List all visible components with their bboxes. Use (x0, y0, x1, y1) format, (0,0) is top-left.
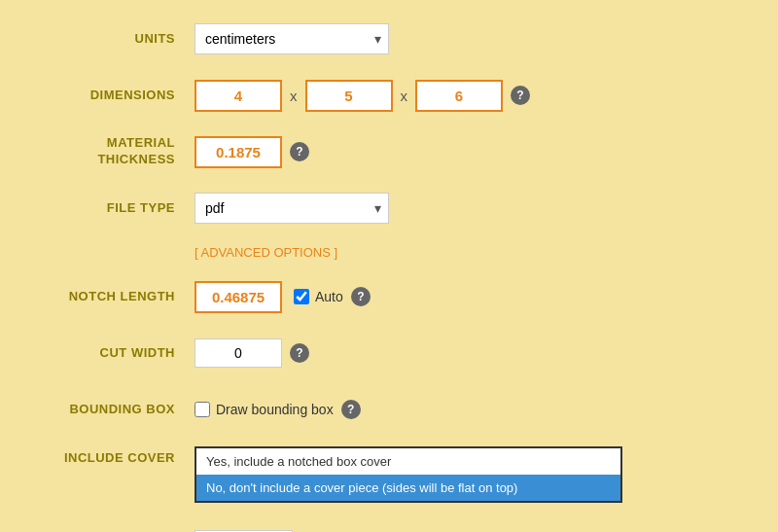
design-btn-wrap: Design It! (39, 520, 739, 532)
material-thickness-input[interactable] (194, 136, 282, 168)
notch-length-input[interactable] (194, 281, 282, 313)
notch-auto-checkbox[interactable] (294, 289, 309, 304)
bounding-help-icon[interactable]: ? (341, 400, 361, 419)
material-thickness-row: MATERIAL THICKNESS ? (39, 132, 739, 171)
bounding-box-label: BOUNDING BOX (39, 402, 194, 418)
advanced-options-wrap: [ ADVANCED OPTIONS ] (39, 245, 739, 260)
dimension-z-input[interactable] (415, 80, 503, 112)
dimensions-label: DIMENSIONS (39, 88, 194, 104)
units-select-wrap: centimeters inches millimeters ▾ (194, 23, 389, 54)
cover-option-yes[interactable]: Yes, include a notched box cover (196, 448, 620, 475)
filetype-label: FILE TYPE (39, 200, 194, 217)
notch-auto-text: Auto (315, 289, 343, 304)
x-separator-2: x (401, 88, 408, 104)
units-select[interactable]: centimeters inches millimeters (194, 23, 389, 54)
cutwidth-help-icon[interactable]: ? (290, 343, 309, 363)
include-cover-label: INCLUDE COVER (39, 446, 194, 467)
advanced-options-link[interactable]: [ ADVANCED OPTIONS ] (194, 245, 337, 260)
cutwidth-input[interactable] (194, 338, 282, 368)
bounding-checkbox-label: Draw bounding box (194, 402, 334, 417)
filetype-select[interactable]: pdf svg dxf (194, 193, 389, 224)
material-thickness-label: MATERIAL THICKNESS (39, 135, 194, 168)
notch-length-row: NOTCH LENGTH Auto ? (39, 277, 739, 316)
dimensions-help-icon[interactable]: ? (511, 86, 530, 105)
cover-option-no[interactable]: No, don't include a cover piece (sides w… (196, 475, 620, 501)
include-cover-row: INCLUDE COVER Yes, include a notched box… (39, 446, 739, 503)
bounding-checkbox-text: Draw bounding box (216, 402, 334, 417)
bounding-box-checkbox[interactable] (194, 402, 210, 417)
material-help-icon[interactable]: ? (290, 142, 309, 161)
cutwidth-label: CUT WIDTH (39, 345, 194, 362)
dimension-x-input[interactable] (194, 80, 282, 112)
main-form: UNITS centimeters inches millimeters ▾ D… (0, 0, 778, 532)
bounding-box-controls: Draw bounding box ? (194, 400, 361, 419)
cutwidth-row: CUT WIDTH ? (39, 334, 739, 372)
notch-auto-label: Auto (294, 289, 343, 304)
units-row: UNITS centimeters inches millimeters ▾ (39, 19, 739, 58)
units-label: UNITS (39, 31, 194, 48)
dimension-y-input[interactable] (305, 80, 393, 112)
filetype-row: FILE TYPE pdf svg dxf ▾ (39, 189, 739, 228)
bounding-box-row: BOUNDING BOX Draw bounding box ? (39, 390, 739, 429)
dimensions-row: DIMENSIONS x x ? (39, 76, 739, 115)
include-cover-dropdown[interactable]: Yes, include a notched box cover No, don… (194, 446, 622, 503)
filetype-select-wrap: pdf svg dxf ▾ (194, 193, 389, 224)
notch-length-label: NOTCH LENGTH (39, 289, 194, 305)
notch-help-icon[interactable]: ? (351, 287, 371, 306)
x-separator-1: x (290, 88, 298, 104)
